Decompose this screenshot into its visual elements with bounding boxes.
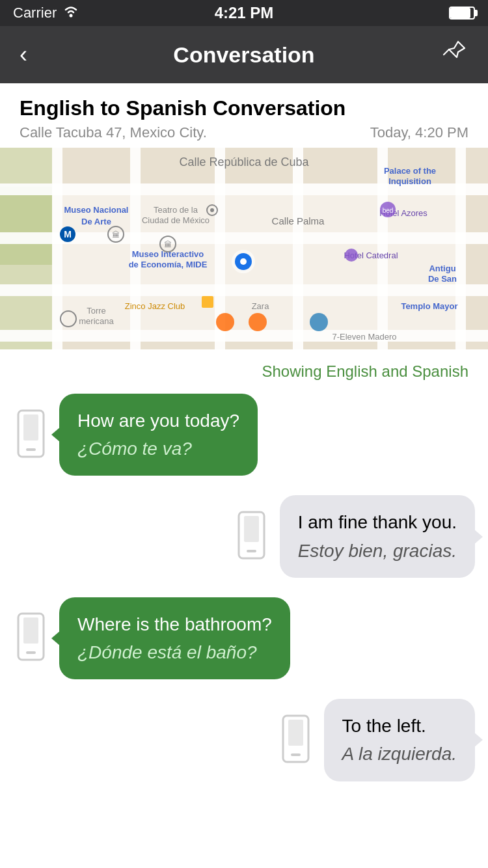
svg-rect-73 [244, 516, 259, 542]
svg-point-66 [240, 258, 247, 265]
carrier-wifi: Carrier [13, 5, 80, 21]
message-text-4: To the left. [342, 716, 426, 736]
nav-bar: ‹ Conversation [0, 26, 488, 83]
message-text-1: How are you today? [77, 411, 239, 431]
message-row: How are you today? ¿Cómo te va? [13, 394, 475, 476]
svg-rect-7 [0, 284, 488, 296]
battery-icon [449, 7, 475, 20]
svg-text:Museo Interactivo: Museo Interactivo [132, 249, 204, 259]
carrier-label: Carrier [13, 5, 57, 21]
svg-point-62 [310, 313, 328, 331]
back-button[interactable]: ‹ [20, 41, 59, 68]
svg-text:Ciudad de México: Ciudad de México [142, 215, 210, 225]
svg-rect-17 [225, 195, 293, 232]
svg-text:Antigu: Antigu [429, 264, 455, 273]
svg-text:7-Eleven Madero: 7-Eleven Madero [332, 332, 397, 342]
message-bubble-3: Where is the bathroom? ¿Dónde está el ba… [59, 597, 290, 679]
message-row: Where is the bathroom? ¿Dónde está el ba… [13, 597, 475, 679]
svg-point-58 [345, 249, 358, 262]
message-bubble-1: How are you today? ¿Cómo te va? [59, 394, 258, 476]
svg-text:Torre: Torre [87, 306, 106, 316]
svg-rect-18 [303, 195, 377, 232]
svg-text:Templo Mayor: Templo Mayor [401, 301, 457, 311]
phone-icon-right [234, 511, 269, 562]
phone-icon-left [13, 409, 49, 461]
svg-text:De San: De San [428, 274, 457, 284]
svg-rect-70 [23, 414, 38, 441]
message-row: I am fine thank you. Estoy bien, gracias… [13, 495, 475, 577]
content-header: English to Spanish Conversation Calle Ta… [0, 83, 488, 148]
svg-rect-14 [455, 148, 466, 349]
svg-point-61 [216, 313, 234, 331]
svg-line-1 [444, 49, 449, 55]
wifi-icon [62, 5, 80, 21]
map-view[interactable]: Calle República de Cuba Calle Palma Muse… [0, 148, 488, 349]
svg-rect-8 [0, 330, 488, 342]
svg-text:Calle Palma: Calle Palma [272, 215, 325, 226]
svg-rect-71 [26, 448, 36, 451]
svg-rect-12 [293, 148, 303, 349]
svg-rect-76 [23, 617, 38, 644]
chat-container: How are you today? ¿Cómo te va? I am fin… [0, 387, 488, 788]
svg-text:Calle República de Cuba: Calle República de Cuba [179, 156, 309, 169]
message-translation-4: A la izquierda. [342, 741, 457, 766]
svg-point-0 [70, 14, 73, 18]
svg-text:de Economía, MIDE: de Economía, MIDE [129, 260, 208, 269]
svg-rect-20 [62, 244, 130, 284]
svg-text:mericana: mericana [79, 316, 114, 326]
svg-text:Museo Nacional: Museo Nacional [64, 205, 129, 215]
svg-rect-10 [130, 148, 141, 349]
svg-point-68 [210, 208, 214, 212]
svg-text:Palace of the: Palace of the [384, 166, 436, 176]
location-label: Calle Tacuba 47, Mexico City. [20, 124, 207, 141]
message-bubble-2: I am fine thank you. Estoy bien, gracias… [280, 495, 475, 577]
message-translation-2: Estoy bien, gracias. [298, 538, 457, 563]
svg-text:De Arte: De Arte [81, 217, 111, 226]
phone-icon-right-2 [278, 714, 314, 766]
svg-point-60 [249, 313, 267, 331]
timestamp-label: Today, 4:20 PM [370, 124, 468, 141]
conversation-meta: Calle Tacuba 47, Mexico City. Today, 4:2… [20, 124, 468, 141]
message-text-3: Where is the bathroom? [77, 614, 272, 634]
svg-rect-13 [377, 148, 388, 349]
message-translation-3: ¿Dónde está el baño? [77, 640, 272, 665]
svg-text:bed: bed [383, 207, 394, 214]
svg-text:Zinco Jazz Club: Zinco Jazz Club [125, 301, 185, 311]
svg-rect-77 [26, 651, 36, 654]
message-row: To the left. A la izquierda. [13, 699, 475, 781]
svg-rect-74 [247, 550, 256, 552]
svg-text:Teatro de la: Teatro de la [154, 205, 198, 215]
svg-text:🏛: 🏛 [112, 230, 120, 239]
status-bar: Carrier 4:21 PM [0, 0, 488, 26]
svg-rect-80 [291, 753, 301, 756]
svg-text:M: M [64, 229, 72, 239]
time-display: 4:21 PM [215, 4, 274, 22]
svg-text:Zara: Zara [252, 301, 270, 311]
message-bubble-4: To the left. A la izquierda. [324, 699, 475, 781]
conversation-title: English to Spanish Conversation [20, 96, 468, 120]
nav-title: Conversation [173, 42, 314, 68]
message-translation-1: ¿Cómo te va? [77, 436, 239, 461]
svg-rect-79 [288, 720, 303, 746]
language-indicator: Showing English and Spanish [0, 349, 488, 387]
message-text-2: I am fine thank you. [298, 512, 457, 532]
svg-rect-59 [202, 296, 213, 308]
phone-icon-left-2 [13, 612, 49, 664]
pin-button[interactable] [429, 38, 468, 72]
svg-text:Inquisition: Inquisition [388, 176, 431, 186]
svg-text:🏛: 🏛 [164, 240, 172, 249]
svg-rect-4 [0, 187, 52, 265]
